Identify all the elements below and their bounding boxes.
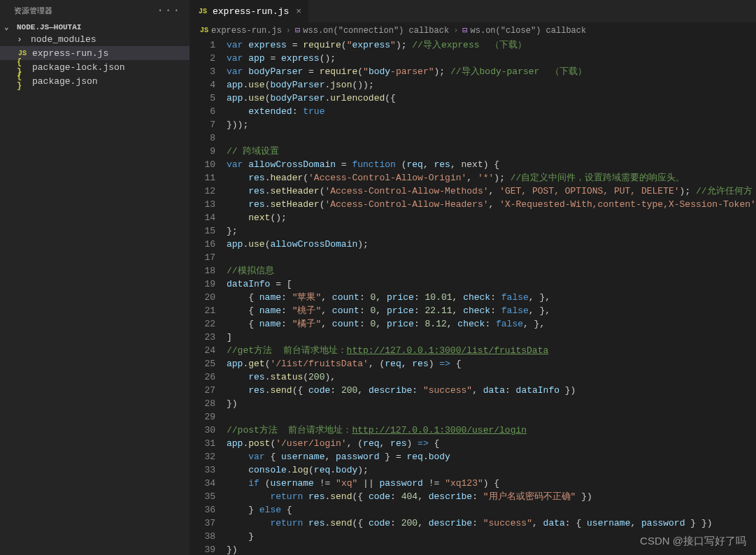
chevron-right-icon: › xyxy=(453,26,458,36)
method-icon: ⊟ xyxy=(462,25,467,36)
tree-item-express-run[interactable]: JS express-run.js xyxy=(0,46,190,60)
watermark: CSDN @接口写好了吗 xyxy=(640,535,746,548)
method-icon: ⊟ xyxy=(295,25,300,36)
tree-item-package[interactable]: { } package.json xyxy=(0,74,190,88)
tab-bar: JS express-run.js × xyxy=(190,0,756,22)
sidebar-header: 资源管理器 ··· xyxy=(0,0,190,21)
chevron-down-icon: ⌄ xyxy=(4,22,14,31)
explorer-sidebar: 资源管理器 ··· ⌄ NODE.JS—HOUTAI › node_module… xyxy=(0,0,190,555)
breadcrumb-label: wss.on("connection") callback xyxy=(303,26,449,36)
chevron-right-icon: › xyxy=(286,26,291,36)
tree-item-label: package-lock.json xyxy=(32,62,125,73)
tree-item-node-modules[interactable]: › node_modules xyxy=(0,33,190,46)
tree-item-label: node_modules xyxy=(31,34,97,45)
json-icon: { } xyxy=(17,75,28,87)
chevron-right-icon: › xyxy=(17,34,27,45)
close-icon[interactable]: × xyxy=(296,6,301,17)
breadcrumb[interactable]: JS express-run.js › ⊟ wss.on("connection… xyxy=(190,22,756,38)
tree-item-label: express-run.js xyxy=(32,48,108,59)
tree-item-package-lock[interactable]: { } package-lock.json xyxy=(0,60,190,74)
line-gutter: 1234567891011121314151617181920212223242… xyxy=(190,38,227,555)
js-icon: JS xyxy=(200,27,208,34)
tab-label: express-run.js xyxy=(213,6,289,17)
breadcrumb-label: ws.on("close") callback xyxy=(471,26,587,36)
root-folder-label: NODE.JS—HOUTAI xyxy=(17,23,81,31)
tab-express-run[interactable]: JS express-run.js × xyxy=(190,0,309,22)
code-area[interactable]: var express = require("express"); //导入ex… xyxy=(227,38,756,555)
editor-main: JS express-run.js × JS express-run.js › … xyxy=(190,0,756,555)
sidebar-title: 资源管理器 xyxy=(14,6,52,16)
tree-item-label: package.json xyxy=(32,76,98,87)
folder-root[interactable]: ⌄ NODE.JS—HOUTAI xyxy=(0,21,190,33)
breadcrumb-item[interactable]: ⊟ ws.on("close") callback xyxy=(462,25,586,36)
breadcrumb-item[interactable]: ⊟ wss.on("connection") callback xyxy=(295,25,449,36)
code-editor[interactable]: 1234567891011121314151617181920212223242… xyxy=(190,38,756,555)
breadcrumb-item[interactable]: JS express-run.js xyxy=(200,26,282,36)
more-icon[interactable]: ··· xyxy=(157,4,181,17)
js-icon: JS xyxy=(197,6,208,17)
breadcrumb-label: express-run.js xyxy=(211,26,282,36)
